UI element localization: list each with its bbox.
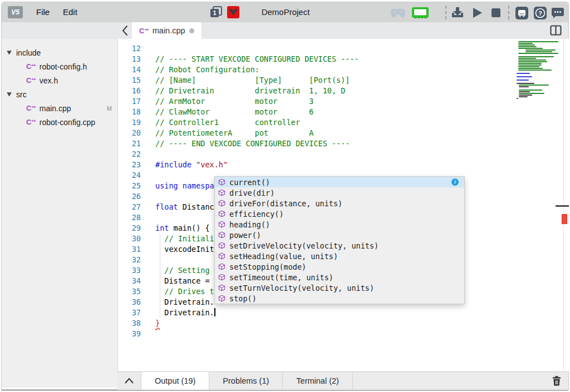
code-line-15[interactable]: 15// [Name] [Type] [Port(s)] [118,75,569,86]
line-number[interactable]: 25 [118,181,141,191]
program-slot-icon[interactable]: 1 [209,6,223,19]
code-line-20[interactable]: 20// PotentiometerA pot A [118,128,569,138]
autocomplete-item-driveFor-distance-units-[interactable]: driveFor(distance, units) [215,198,464,209]
line-number[interactable]: 31 [118,244,141,255]
autocomplete-item-stop-[interactable]: stop() [215,293,464,304]
panel-tab-problems[interactable]: Problems (1) [209,372,283,390]
line-number[interactable]: 22 [118,149,141,160]
tab-main-cpp[interactable]: C++ main.cpp [132,22,202,39]
line-number[interactable]: 20 [118,128,141,138]
autocomplete-item-setTimeout-time-units-[interactable]: setTimeout(time, units) [215,272,464,282]
line-content: // Setting [141,265,214,276]
line-number[interactable]: 15 [118,75,141,86]
line-content: Distance = [141,276,214,286]
clear-output-trash-icon[interactable] [551,375,563,387]
cpp-file-icon: C++ [26,105,36,112]
code-line-17[interactable]: 17// ArmMotor motor 3 [118,96,569,107]
line-number[interactable]: 18 [118,107,141,117]
line-number[interactable]: 29 [118,223,141,234]
tree-item-vex.h[interactable]: C++vex.h [2,73,117,87]
tree-item-src[interactable]: src [2,87,117,101]
line-number[interactable]: 24 [118,170,141,181]
tree-item-include[interactable]: include [2,46,117,59]
autocomplete-item-heading-[interactable]: heading() [215,219,464,230]
download-icon[interactable] [449,6,466,20]
vex-logo-icon [227,6,239,18]
minimap-line [519,93,544,94]
panel-tab-terminal[interactable]: Terminal (2) [283,372,353,390]
line-number[interactable]: 13 [118,54,141,64]
autocomplete-item-drive-dir-[interactable]: drive(dir) [215,187,464,198]
code-line-12[interactable]: 12 [118,43,569,54]
brain-settings-icon[interactable] [513,6,530,20]
autocomplete-item-label: setTimeout(time, units) [229,273,333,282]
line-number[interactable]: 12 [118,43,141,54]
code-line-38[interactable]: 38} [118,318,569,329]
autocomplete-item-label: drive(dir) [229,188,274,197]
info-icon[interactable]: i [451,178,459,186]
line-number[interactable]: 35 [118,286,141,297]
line-number[interactable]: 19 [118,117,141,128]
autocomplete-item-label: stop() [229,294,257,303]
editor[interactable]: 1213// ---- START VEXCODE CONFIGURED DEV… [117,39,569,371]
code-line-21[interactable]: 21// ---- END VEXCODE CONFIGURED DEVICES… [118,138,569,149]
line-number[interactable]: 17 [118,96,141,107]
line-number[interactable]: 30 [118,234,141,244]
code-line-13[interactable]: 13// ---- START VEXCODE CONFIGURED DEVIC… [118,54,569,64]
line-number[interactable]: 39 [118,329,141,339]
line-number[interactable]: 37 [118,307,141,318]
tree-item-main.cpp[interactable]: C++main.cppM [2,101,117,115]
minimap-line [518,59,546,61]
code-line-16[interactable]: 16// Drivetrain drivetrain 1, 10, D [118,86,569,96]
menu-edit[interactable]: Edit [60,2,81,22]
stop-icon[interactable] [487,6,505,20]
autocomplete-item-efficiency-[interactable]: efficiency() [215,209,464,219]
split-editor-icon[interactable] [550,25,562,38]
autocomplete-item-setDriveVelocity-velocity-units-[interactable]: setDriveVelocity(velocity, units) [215,240,464,251]
code-line-22[interactable]: 22 [118,149,569,160]
autocomplete-item-label: setStopping(mode) [229,262,306,271]
v5-logo-icon: V5 [8,6,23,18]
tree-item-robot-config.cpp[interactable]: C++robot-config.cpp [2,115,117,129]
back-chevron-icon[interactable] [119,24,131,37]
brain-connected-icon[interactable] [411,6,429,20]
minimap-line [518,48,543,49]
autocomplete-item-setStopping-mode-[interactable]: setStopping(mode) [215,261,464,272]
code-line-37[interactable]: 37 Drivetrain. [118,307,569,318]
editor-tab-bar: C++ main.cpp [2,22,568,39]
autocomplete-item-setHeading-value-units-[interactable]: setHeading(value, units) [215,251,464,261]
autocomplete-item-power-[interactable]: power() [215,230,464,240]
minimap[interactable] [517,41,563,100]
line-number[interactable]: 23 [118,160,141,170]
line-number[interactable]: 32 [118,255,141,265]
help-icon[interactable]: ? [531,6,549,20]
autocomplete-item-setTurnVelocity-velocity-units-[interactable]: setTurnVelocity(velocity, units) [215,282,464,293]
line-number[interactable]: 34 [118,276,141,286]
autocomplete-item-current-[interactable]: current()i [215,177,464,187]
tree-item-robot-config.h[interactable]: C++robot-config.h [2,59,117,73]
line-number[interactable]: 26 [118,191,141,202]
feedback-icon[interactable] [549,6,567,20]
code-line-18[interactable]: 18// ClawMotor motor 6 [118,107,569,117]
minimap-line [518,66,539,67]
play-icon[interactable] [468,6,486,20]
expand-panel-chevron-icon[interactable] [117,372,141,390]
panel-tab-output[interactable]: Output (19) [141,372,209,390]
code-line-39[interactable]: 39 [118,329,569,339]
code-line-23[interactable]: 23#include "vex.h" [118,160,569,170]
line-content: // Drivetrain drivetrain 1, 10, D [141,86,345,96]
code-line-14[interactable]: 14// Robot Configuration: [118,64,569,75]
line-number[interactable]: 14 [118,64,141,75]
line-number[interactable]: 28 [118,212,141,223]
line-number[interactable]: 16 [118,86,141,96]
line-number[interactable]: 21 [118,138,141,149]
modified-badge: M [107,105,112,112]
line-number[interactable]: 36 [118,297,141,307]
line-number[interactable]: 33 [118,265,141,276]
code-line-19[interactable]: 19// Controller1 controller [118,117,569,128]
line-number[interactable]: 27 [118,202,141,212]
menu-file[interactable]: File [33,2,53,22]
controller-icon[interactable] [389,6,407,20]
method-cube-icon [218,263,225,270]
line-number[interactable]: 38 [118,318,141,329]
